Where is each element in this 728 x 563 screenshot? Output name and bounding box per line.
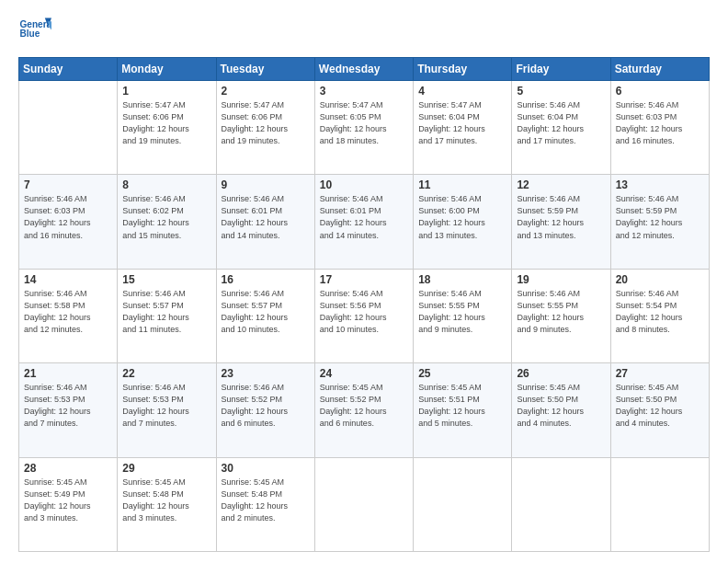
- day-info: Sunrise: 5:47 AM Sunset: 6:05 PM Dayligh…: [320, 99, 408, 147]
- weekday-header-row: SundayMondayTuesdayWednesdayThursdayFrid…: [19, 58, 710, 81]
- day-number: 21: [24, 367, 112, 380]
- day-info: Sunrise: 5:46 AM Sunset: 6:04 PM Dayligh…: [517, 99, 605, 147]
- day-number: 14: [24, 273, 112, 286]
- day-info: Sunrise: 5:45 AM Sunset: 5:49 PM Dayligh…: [24, 477, 112, 524]
- calendar-cell: 26Sunrise: 5:45 AM Sunset: 5:50 PM Dayli…: [512, 363, 610, 457]
- week-row-5: 28Sunrise: 5:45 AM Sunset: 5:49 PM Dayli…: [19, 457, 710, 551]
- day-info: Sunrise: 5:45 AM Sunset: 5:52 PM Dayligh…: [320, 382, 408, 430]
- page: General Blue SundayMondayTuesdayWednesda…: [0, 0, 728, 563]
- calendar-table: SundayMondayTuesdayWednesdayThursdayFrid…: [18, 57, 710, 552]
- day-info: Sunrise: 5:46 AM Sunset: 6:02 PM Dayligh…: [122, 193, 210, 241]
- calendar-cell: 27Sunrise: 5:45 AM Sunset: 5:50 PM Dayli…: [610, 363, 709, 457]
- calendar-cell: [414, 457, 512, 551]
- day-info: Sunrise: 5:45 AM Sunset: 5:48 PM Dayligh…: [222, 477, 310, 524]
- calendar-cell: [610, 457, 709, 551]
- calendar-cell: 9Sunrise: 5:46 AM Sunset: 6:01 PM Daylig…: [216, 175, 314, 269]
- calendar-cell: 22Sunrise: 5:46 AM Sunset: 5:53 PM Dayli…: [118, 363, 216, 457]
- calendar-cell: 1Sunrise: 5:47 AM Sunset: 6:06 PM Daylig…: [118, 81, 216, 175]
- calendar-cell: 21Sunrise: 5:46 AM Sunset: 5:53 PM Dayli…: [19, 363, 118, 457]
- day-number: 16: [222, 273, 310, 286]
- day-info: Sunrise: 5:46 AM Sunset: 6:01 PM Dayligh…: [222, 193, 310, 241]
- calendar-cell: 24Sunrise: 5:45 AM Sunset: 5:52 PM Dayli…: [314, 363, 413, 457]
- calendar-cell: [314, 457, 413, 551]
- day-info: Sunrise: 5:46 AM Sunset: 5:53 PM Dayligh…: [122, 382, 210, 430]
- day-number: 7: [24, 178, 112, 191]
- day-number: 4: [418, 85, 506, 98]
- day-number: 24: [320, 367, 408, 380]
- calendar-cell: 18Sunrise: 5:46 AM Sunset: 5:55 PM Dayli…: [414, 269, 512, 362]
- day-info: Sunrise: 5:46 AM Sunset: 5:55 PM Dayligh…: [418, 288, 506, 336]
- day-number: 12: [517, 178, 605, 191]
- day-number: 27: [616, 367, 704, 380]
- calendar-cell: 7Sunrise: 5:46 AM Sunset: 6:03 PM Daylig…: [19, 175, 118, 269]
- day-info: Sunrise: 5:46 AM Sunset: 6:03 PM Dayligh…: [616, 99, 704, 147]
- day-number: 2: [222, 85, 310, 98]
- day-info: Sunrise: 5:46 AM Sunset: 5:59 PM Dayligh…: [616, 193, 704, 241]
- day-info: Sunrise: 5:46 AM Sunset: 5:54 PM Dayligh…: [616, 288, 704, 336]
- day-number: 3: [320, 85, 408, 98]
- day-number: 30: [222, 462, 310, 475]
- day-info: Sunrise: 5:46 AM Sunset: 6:03 PM Dayligh…: [24, 193, 112, 241]
- day-number: 18: [418, 273, 506, 286]
- day-info: Sunrise: 5:47 AM Sunset: 6:04 PM Dayligh…: [418, 99, 506, 147]
- day-info: Sunrise: 5:46 AM Sunset: 5:58 PM Dayligh…: [24, 288, 112, 336]
- weekday-thursday: Thursday: [414, 58, 512, 81]
- calendar-cell: 13Sunrise: 5:46 AM Sunset: 5:59 PM Dayli…: [610, 175, 709, 269]
- calendar-cell: 19Sunrise: 5:46 AM Sunset: 5:55 PM Dayli…: [512, 269, 610, 362]
- day-number: 25: [418, 367, 506, 380]
- day-info: Sunrise: 5:46 AM Sunset: 5:55 PM Dayligh…: [517, 288, 605, 336]
- day-number: 28: [24, 462, 112, 475]
- calendar-cell: 25Sunrise: 5:45 AM Sunset: 5:51 PM Dayli…: [414, 363, 512, 457]
- day-number: 5: [517, 85, 605, 98]
- day-info: Sunrise: 5:46 AM Sunset: 5:52 PM Dayligh…: [222, 382, 310, 430]
- day-info: Sunrise: 5:46 AM Sunset: 5:57 PM Dayligh…: [222, 288, 310, 336]
- day-number: 1: [122, 85, 210, 98]
- day-number: 22: [122, 367, 210, 380]
- day-info: Sunrise: 5:46 AM Sunset: 5:57 PM Dayligh…: [122, 288, 210, 336]
- week-row-1: 1Sunrise: 5:47 AM Sunset: 6:06 PM Daylig…: [19, 81, 710, 175]
- calendar-cell: 16Sunrise: 5:46 AM Sunset: 5:57 PM Dayli…: [216, 269, 314, 362]
- weekday-saturday: Saturday: [610, 58, 709, 81]
- calendar-cell: [19, 81, 118, 175]
- day-number: 26: [517, 367, 605, 380]
- day-number: 6: [616, 85, 704, 98]
- day-number: 8: [122, 178, 210, 191]
- calendar-cell: 10Sunrise: 5:46 AM Sunset: 6:01 PM Dayli…: [314, 175, 413, 269]
- calendar-cell: 4Sunrise: 5:47 AM Sunset: 6:04 PM Daylig…: [414, 81, 512, 175]
- day-info: Sunrise: 5:46 AM Sunset: 6:01 PM Dayligh…: [320, 193, 408, 241]
- day-info: Sunrise: 5:45 AM Sunset: 5:48 PM Dayligh…: [122, 477, 210, 524]
- day-number: 23: [222, 367, 310, 380]
- weekday-tuesday: Tuesday: [216, 58, 314, 81]
- week-row-4: 21Sunrise: 5:46 AM Sunset: 5:53 PM Dayli…: [19, 363, 710, 457]
- day-number: 19: [517, 273, 605, 286]
- calendar-cell: 2Sunrise: 5:47 AM Sunset: 6:06 PM Daylig…: [216, 81, 314, 175]
- calendar-cell: 17Sunrise: 5:46 AM Sunset: 5:56 PM Dayli…: [314, 269, 413, 362]
- weekday-monday: Monday: [118, 58, 216, 81]
- day-info: Sunrise: 5:47 AM Sunset: 6:06 PM Dayligh…: [122, 99, 210, 147]
- day-number: 11: [418, 178, 506, 191]
- week-row-2: 7Sunrise: 5:46 AM Sunset: 6:03 PM Daylig…: [19, 175, 710, 269]
- day-number: 15: [122, 273, 210, 286]
- calendar-cell: 14Sunrise: 5:46 AM Sunset: 5:58 PM Dayli…: [19, 269, 118, 362]
- day-info: Sunrise: 5:46 AM Sunset: 5:59 PM Dayligh…: [517, 193, 605, 241]
- day-info: Sunrise: 5:47 AM Sunset: 6:06 PM Dayligh…: [222, 99, 310, 147]
- day-number: 10: [320, 178, 408, 191]
- day-info: Sunrise: 5:46 AM Sunset: 5:56 PM Dayligh…: [320, 288, 408, 336]
- calendar-cell: 28Sunrise: 5:45 AM Sunset: 5:49 PM Dayli…: [19, 457, 118, 551]
- day-number: 20: [616, 273, 704, 286]
- header: General Blue: [18, 15, 710, 48]
- calendar-cell: 29Sunrise: 5:45 AM Sunset: 5:48 PM Dayli…: [118, 457, 216, 551]
- day-number: 17: [320, 273, 408, 286]
- weekday-wednesday: Wednesday: [314, 58, 413, 81]
- calendar-cell: 3Sunrise: 5:47 AM Sunset: 6:05 PM Daylig…: [314, 81, 413, 175]
- calendar-cell: 30Sunrise: 5:45 AM Sunset: 5:48 PM Dayli…: [216, 457, 314, 551]
- day-info: Sunrise: 5:45 AM Sunset: 5:50 PM Dayligh…: [517, 382, 605, 430]
- logo: General Blue: [18, 15, 51, 48]
- day-info: Sunrise: 5:46 AM Sunset: 6:00 PM Dayligh…: [418, 193, 506, 241]
- logo-svg: General Blue: [18, 15, 51, 48]
- weekday-friday: Friday: [512, 58, 610, 81]
- day-number: 9: [222, 178, 310, 191]
- day-number: 29: [122, 462, 210, 475]
- calendar-cell: 6Sunrise: 5:46 AM Sunset: 6:03 PM Daylig…: [610, 81, 709, 175]
- calendar-cell: [512, 457, 610, 551]
